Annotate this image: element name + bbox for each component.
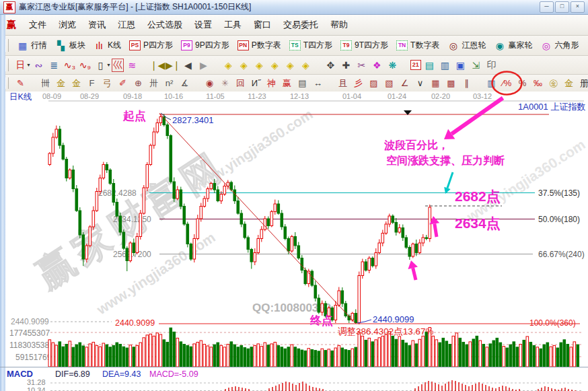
- menu-item-8[interactable]: 交易委托: [277, 17, 324, 33]
- box-fan-b-button[interactable]: ▧: [383, 78, 396, 88]
- starburst-button[interactable]: ✳: [219, 78, 232, 88]
- calculator-button[interactable]: ▤: [422, 60, 437, 71]
- brush-b-button[interactable]: ✐: [116, 78, 130, 88]
- compass-circle-button[interactable]: ⊕: [132, 78, 145, 88]
- quotes-button[interactable]: ▦行情: [13, 38, 51, 52]
- menu-item-2[interactable]: 资讯: [82, 17, 112, 33]
- first-bar-button[interactable]: ❘◀: [150, 60, 164, 71]
- export-button[interactable]: ⇲: [469, 60, 483, 71]
- menu-item-0[interactable]: 文件: [23, 17, 52, 33]
- kline-style-dropdown-icon[interactable]: ▼: [106, 63, 111, 67]
- sectors-label: 板块: [69, 40, 85, 51]
- target-circle-button[interactable]: ◉: [203, 78, 217, 88]
- toolbar-grip: [5, 77, 9, 89]
- menu-item-4[interactable]: 公式选股: [141, 17, 188, 33]
- gold-comb-b-button[interactable]: 金: [70, 77, 83, 90]
- zoom-right-diamond-button[interactable]: ◈: [237, 60, 251, 71]
- gann-comb-button[interactable]: 卌: [39, 77, 52, 90]
- menu-bar: 赢 文件浏览资讯江恩公式选股设置工具窗口交易委托帮助: [0, 15, 588, 36]
- winner-wheel-button[interactable]: ◉赢家轮: [490, 38, 536, 52]
- kline-style-button[interactable]: ▯: [94, 60, 108, 71]
- zoom-cross-diamond-button[interactable]: ◈: [283, 60, 297, 71]
- next-bar-button[interactable]: ▶: [196, 60, 211, 71]
- gold-comb-a-button[interactable]: 金: [54, 77, 68, 90]
- menu-item-3[interactable]: 江恩: [112, 17, 141, 33]
- zoom-left-diamond-button[interactable]: ◈: [221, 60, 235, 71]
- zoom-narrow-diamond-button[interactable]: ◈: [268, 60, 282, 71]
- f-comb-button[interactable]: F: [85, 78, 99, 88]
- measure-grid-button[interactable]: ▤: [296, 78, 309, 88]
- cut-tool-button[interactable]: ✂: [355, 60, 369, 71]
- hexagon-button[interactable]: ◎六角形: [536, 38, 583, 52]
- grid-a-button[interactable]: ▦: [429, 78, 443, 88]
- hand-tool-button[interactable]: ✥: [324, 60, 338, 71]
- gold-circle-button[interactable]: ㊎: [547, 77, 560, 90]
- i-marks-button[interactable]: И˝: [250, 78, 263, 88]
- pillar-grid-button[interactable]: 且: [336, 77, 350, 90]
- menu-item-1[interactable]: 浏览: [52, 17, 82, 33]
- gold-lines-button[interactable]: 金: [562, 77, 576, 90]
- prev-bar-button[interactable]: ◀: [181, 60, 195, 71]
- ribbon-tool-button[interactable]: ❖: [370, 60, 384, 71]
- menu-item-6[interactable]: 工具: [218, 17, 248, 33]
- box-fan-a-button[interactable]: ▨: [367, 78, 381, 88]
- percent-lines-button[interactable]: ‰: [531, 78, 545, 88]
- grid-b-button[interactable]: ▩: [445, 78, 458, 88]
- p-number-table-button[interactable]: PNP数字表: [233, 38, 285, 52]
- percent-retrace-button[interactable]: ∕%: [501, 78, 514, 88]
- pattern-box-button[interactable]: 巛: [112, 59, 124, 72]
- wave-3-button[interactable]: ∿₃: [63, 60, 77, 71]
- angle-ruler-button[interactable]: ∡: [178, 78, 192, 88]
- ai-analysis-button[interactable]: ❋: [385, 60, 400, 71]
- nine-t-square-button[interactable]: T99T四方形: [336, 38, 392, 52]
- plain-comb-button[interactable]: 卅: [147, 77, 161, 90]
- width-measure-button[interactable]: ↔: [311, 78, 325, 88]
- t-square-button[interactable]: TST四方形: [285, 38, 336, 52]
- minimize-button[interactable]: ─: [540, 1, 554, 13]
- sectors-button[interactable]: ▚板块: [51, 38, 89, 52]
- shen-tool-button[interactable]: 神: [265, 77, 279, 90]
- wave-9-button[interactable]: ∿₉: [78, 60, 92, 71]
- window-title: 赢家江恩专业版[赢家服务平台] - [上证指数 SH1A0001-150日K线]: [19, 1, 251, 13]
- spiral-box-button[interactable]: 回: [234, 77, 248, 90]
- kline-button[interactable]: ılıK线: [89, 38, 125, 52]
- menu-item-9[interactable]: 帮助: [324, 17, 354, 33]
- bow-tool-button[interactable]: 弓: [101, 77, 114, 90]
- column-stats-button[interactable]: ▥: [485, 78, 499, 88]
- winner-service-button[interactable]: $赢家服务: [583, 38, 588, 52]
- color-levels-button[interactable]: ≋: [125, 60, 139, 71]
- book-tool-button[interactable]: 册: [578, 77, 588, 90]
- calendar-button[interactable]: 21: [410, 60, 421, 70]
- nine-p-square-button[interactable]: P99P四方形: [177, 38, 233, 52]
- toolbar-main-items: ▦行情▚板块ılıK线PSP四方形P99P四方形PNP数字表TST四方形T99T…: [13, 38, 588, 52]
- chart-area[interactable]: [0, 92, 588, 391]
- ray-fan-button[interactable]: 彡: [352, 77, 365, 90]
- brush-tool-button[interactable]: ✎: [14, 78, 28, 88]
- close-button[interactable]: ×: [571, 1, 585, 13]
- intraday-map-button[interactable]: ∾: [32, 60, 46, 71]
- maximize-button[interactable]: □: [555, 1, 569, 13]
- zoom-all-diamond-button[interactable]: ◈: [299, 60, 313, 71]
- save-button[interactable]: ▣: [453, 60, 468, 71]
- note-list-button[interactable]: ≣: [47, 60, 61, 71]
- menu-item-7[interactable]: 窗口: [248, 17, 277, 33]
- period-day-dropdown-icon[interactable]: ▼: [26, 63, 31, 67]
- menu-item-5[interactable]: 设置: [188, 17, 218, 33]
- t-number-table-button[interactable]: TNT数字表: [392, 38, 443, 52]
- period-day-button[interactable]: 日: [13, 59, 28, 71]
- ying-tool-button[interactable]: 赢: [281, 77, 294, 90]
- n-square-button[interactable]: n²: [163, 78, 176, 88]
- slash-lines-button[interactable]: ∥: [460, 78, 474, 88]
- last-bar-button[interactable]: ▶❘: [166, 60, 180, 71]
- toolbar-grip: [5, 59, 9, 71]
- notebook-button[interactable]: ▥: [438, 60, 452, 71]
- crosshair-button[interactable]: ✚: [339, 60, 353, 71]
- gann-wheel-button[interactable]: ◎江恩轮: [443, 38, 490, 52]
- v-check-button[interactable]: ∨: [414, 78, 427, 88]
- angle-lines-button[interactable]: ∠: [398, 78, 412, 88]
- print-button[interactable]: 印: [484, 59, 499, 71]
- p-square-label: P四方形: [143, 40, 173, 51]
- percent-button[interactable]: %: [516, 78, 529, 88]
- zoom-wide-diamond-button[interactable]: ◈: [252, 60, 266, 71]
- p-square-button[interactable]: PSP四方形: [125, 38, 177, 52]
